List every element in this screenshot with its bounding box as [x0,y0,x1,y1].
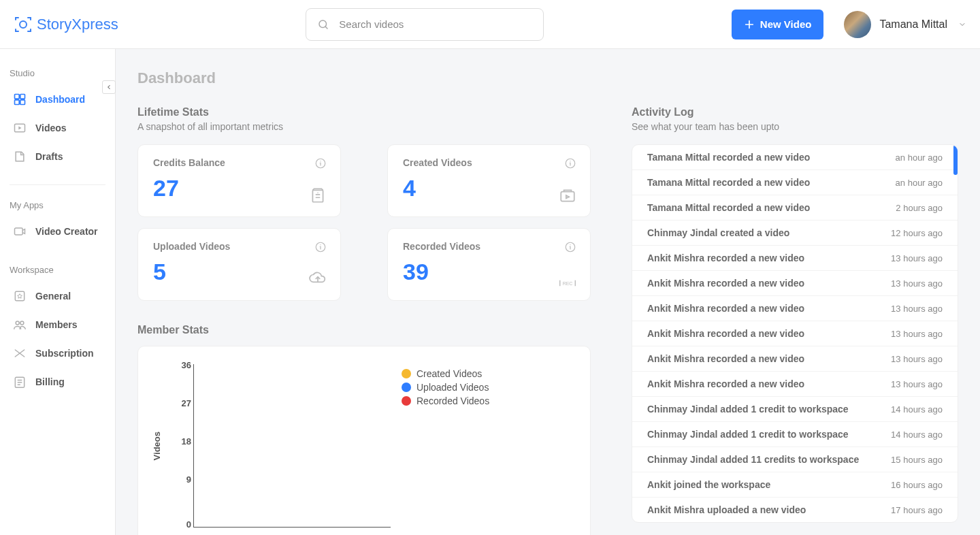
info-icon[interactable] [564,241,576,253]
activity-time: 13 hours ago [891,329,943,339]
activity-text: Tamana Mittal recorded a new video [647,152,810,163]
activity-row[interactable]: Ankit Mishra recorded a new video13 hour… [632,296,958,321]
svg-point-10 [20,321,24,325]
info-icon[interactable] [564,157,576,169]
sidebar-item-label: Video Creator [35,226,98,237]
sidebar-collapse-button[interactable] [102,80,116,94]
activity-row[interactable]: Chinmay Jindal added 1 credit to workspa… [632,397,958,422]
activity-row[interactable]: Tamana Mittal recorded a new videoan hou… [632,170,958,195]
user-menu[interactable]: Tamana Mittal [844,11,966,38]
legend-dot [402,396,411,406]
svg-rect-3 [20,95,25,99]
legend-item: Created Videos [402,368,489,379]
sidebar-item-video-creator[interactable]: Video Creator [0,217,115,246]
subscription-icon [12,346,27,361]
chart-legend: Created VideosUploaded VideosRecorded Vi… [402,364,489,528]
sidebar-item-members[interactable]: Members [0,310,115,339]
activity-time: 14 hours ago [891,429,943,440]
svg-rect-4 [15,100,20,105]
lifetime-sub: A snapshot of all important metrics [137,121,591,132]
sidebar-item-label: Videos [35,123,67,133]
new-video-button[interactable]: New Video [732,10,824,39]
legend-dot [402,369,411,378]
activity-row[interactable]: Ankit joined the workspace16 hours ago [632,472,958,498]
activity-row[interactable]: Ankit Mishra recorded a new video13 hour… [632,372,958,397]
activity-text: Ankit joined the workspace [647,479,770,490]
activity-row[interactable]: Ankit Mishra recorded a new video13 hour… [632,346,958,372]
activity-row[interactable]: Chinmay Jindal added 11 credits to works… [632,447,958,472]
activity-text: Chinmay Jindal created a video [647,227,789,238]
logo[interactable]: StoryXpress [14,15,118,34]
activity-time: 17 hours ago [891,505,943,515]
svg-rect-7 [15,228,23,235]
search-input[interactable] [339,18,532,30]
activity-time: 2 hours ago [896,203,943,213]
billing-icon [12,374,27,389]
stat-card-recorded: Recorded Videos39REC [387,228,591,301]
svg-text:REC: REC [563,281,573,286]
sidebar-item-general[interactable]: General [0,282,115,310]
chart-ylabel: Videos [152,432,162,460]
activity-row[interactable]: Tamana Mittal recorded a new videoan hou… [632,145,958,170]
activity-row[interactable]: Chinmay Jindal added 1 credit to workspa… [632,422,958,447]
sidebar-item-dashboard[interactable]: Dashboard [0,85,115,114]
sidebar-heading: Studio [0,63,115,85]
stat-card-uploaded: Uploaded Videos5 [137,228,341,301]
uploaded-icon [309,270,327,288]
legend-label: Recorded Videos [416,395,489,406]
activity-text: Chinmay Jindal added 1 credit to workspa… [647,429,849,440]
stat-value: 5 [153,259,325,285]
activity-time: 13 hours ago [891,379,943,389]
logo-icon [14,15,33,34]
activity-time: 13 hours ago [891,304,943,314]
new-video-label: New Video [760,18,812,30]
drafts-icon [12,149,27,164]
sidebar-item-label: Subscription [35,348,94,359]
recorded-icon: REC [559,278,576,288]
activity-row[interactable]: Chinmay Jindal created a video12 hours a… [632,221,958,246]
activity-row[interactable]: Ankit Mishra recorded a new video13 hour… [632,271,958,296]
sidebar-item-videos[interactable]: Videos [0,114,115,142]
activity-text: Ankit Mishra recorded a new video [647,353,804,364]
activity-time: an hour ago [896,152,943,163]
activity-row[interactable]: Ankit Mishra recorded a new video13 hour… [632,246,958,271]
scrollbar-thumb[interactable] [953,145,958,175]
stat-label: Recorded Videos [403,241,575,252]
sidebar-item-billing[interactable]: Billing [0,368,115,396]
video-creator-icon [12,224,27,239]
chevron-down-icon [958,20,966,29]
activity-time: 15 hours ago [891,455,943,465]
activity-time: 13 hours ago [891,253,943,263]
activity-time: 16 hours ago [891,480,943,490]
info-icon[interactable] [314,157,327,169]
svg-rect-2 [15,95,20,99]
activity-text: Ankit Mishra recorded a new video [647,328,804,339]
y-tick: 18 [175,436,191,447]
stat-value: 39 [403,259,575,285]
sidebar-heading: Workspace [0,259,115,282]
activity-time: 13 hours ago [891,354,943,364]
activity-text: Ankit Mishra uploaded a new video [647,504,806,515]
activity-row[interactable]: Ankit Mishra recorded a new video13 hour… [632,321,958,346]
activity-row[interactable]: Ankit Mishra uploaded a new video17 hour… [632,498,958,522]
y-tick: 9 [175,474,191,485]
search-box[interactable] [306,8,544,41]
general-icon [12,289,27,304]
sidebar-item-drafts[interactable]: Drafts [0,142,115,171]
activity-sub: See what your team has been upto [632,121,958,132]
sidebar: StudioDashboardVideosDraftsMy AppsVideo … [0,49,116,535]
sidebar-item-subscription[interactable]: Subscription [0,339,115,368]
stat-value: 4 [403,175,575,201]
svg-point-9 [16,321,19,325]
stat-card-created: Created Videos4 [387,144,591,217]
activity-row[interactable]: Tamana Mittal recorded a new video2 hour… [632,195,958,221]
plus-icon [744,19,755,30]
activity-time: 12 hours ago [891,228,943,238]
info-icon[interactable] [314,241,327,253]
stat-label: Created Videos [403,157,575,168]
chart-plot: 36271890 Members [193,364,391,528]
activity-list[interactable]: Tamana Mittal recorded a new videoan hou… [632,144,958,523]
stat-grid: Credits Balance27Created Videos4Uploaded… [137,144,591,301]
sidebar-item-label: Billing [35,376,65,387]
activity-time: 14 hours ago [891,404,943,415]
